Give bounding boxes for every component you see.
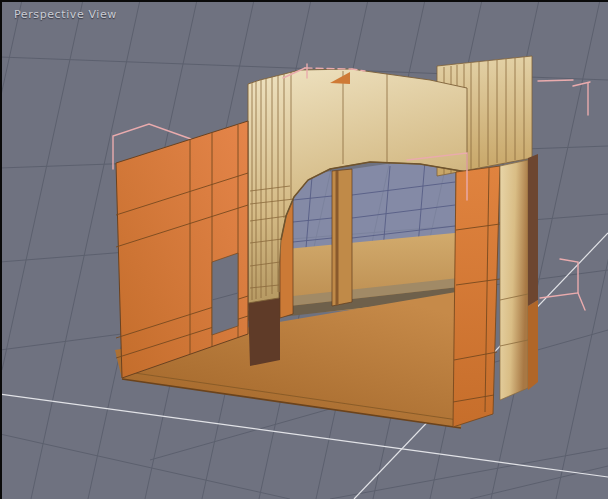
right-wall-front[interactable] — [453, 166, 500, 427]
arch-shadow — [248, 292, 280, 366]
perspective-viewport[interactable]: Perspective View — [0, 0, 608, 499]
viewport-title[interactable]: Perspective View — [14, 8, 117, 21]
viewport-canvas[interactable] — [0, 0, 608, 499]
right-wall-tan-column[interactable] — [500, 160, 528, 400]
interior-post-right[interactable] — [332, 169, 352, 306]
wireframe-corner-top-right — [538, 80, 590, 115]
left-wall[interactable] — [116, 121, 248, 378]
left-wall-window — [212, 253, 238, 335]
room-model[interactable] — [115, 56, 538, 428]
right-wall-return[interactable] — [528, 154, 538, 390]
wireframe-corner-right-middle — [540, 259, 585, 310]
